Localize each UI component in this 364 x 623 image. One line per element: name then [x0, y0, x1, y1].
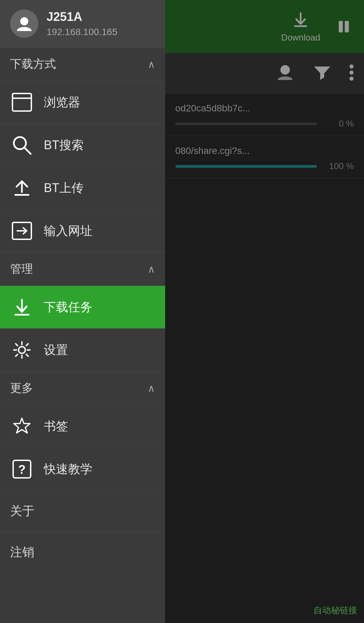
menu-item-logout[interactable]: 注销 [0, 532, 165, 573]
menu-item-input-url[interactable]: 输入网址 [0, 209, 165, 252]
menu-item-input-url-label: 输入网址 [44, 223, 92, 239]
menu-item-settings-label: 设置 [44, 342, 68, 358]
avatar [10, 9, 38, 38]
svg-text:?: ? [18, 463, 26, 477]
menu-item-bookmarks[interactable]: 书签 [0, 405, 165, 448]
watermark-text: 自动秘链接 [313, 605, 357, 615]
svg-point-7 [20, 17, 28, 25]
drawer-username: J251A [47, 10, 117, 24]
drawer-ip: 192.168.100.165 [47, 27, 117, 37]
search-icon [10, 133, 34, 157]
menu-item-bookmarks-label: 书签 [44, 418, 68, 435]
upload-icon [10, 176, 34, 200]
star-icon [10, 414, 34, 438]
drawer-header: J251A 192.168.100.165 [0, 0, 165, 47]
menu-item-bt-upload-label: BT上传 [44, 180, 84, 196]
drawer-header-info: J251A 192.168.100.165 [47, 10, 117, 37]
chevron-manage-icon: ∧ [148, 263, 155, 275]
watermark: 自动秘链接 [313, 604, 357, 616]
svg-rect-13 [14, 194, 29, 196]
menu-item-settings[interactable]: 设置 [0, 328, 165, 371]
svg-rect-8 [12, 93, 31, 111]
section-more-title: 更多 [10, 380, 33, 396]
menu-item-bt-upload[interactable]: BT上传 [0, 166, 165, 209]
menu-item-browser-label: 浏览器 [44, 94, 80, 111]
svg-rect-9 [12, 93, 31, 98]
menu-item-bt-search[interactable]: BT搜索 [0, 124, 165, 166]
chevron-more-icon: ∧ [148, 382, 155, 394]
chevron-download-method-icon: ∧ [148, 58, 155, 70]
svg-point-17 [19, 347, 25, 353]
svg-rect-16 [14, 314, 29, 316]
section-manage[interactable]: 管理 ∧ [0, 252, 165, 286]
menu-item-bt-search-label: BT搜索 [44, 137, 84, 154]
input-url-icon [10, 219, 34, 243]
menu-item-browser[interactable]: 浏览器 [0, 81, 165, 124]
section-more[interactable]: 更多 ∧ [0, 371, 165, 405]
section-download-method-title: 下载方式 [10, 56, 56, 72]
section-manage-title: 管理 [10, 261, 33, 277]
browser-icon [10, 90, 34, 114]
menu-item-download-task[interactable]: 下载任务 [0, 286, 165, 328]
svg-line-12 [24, 147, 31, 154]
menu-item-about[interactable]: 关于 [0, 490, 165, 532]
menu-item-tutorial[interactable]: ? 快速教学 [0, 448, 165, 490]
download-task-icon [10, 295, 34, 319]
section-download-method[interactable]: 下载方式 ∧ [0, 47, 165, 81]
settings-icon [10, 338, 34, 362]
menu-item-download-task-label: 下载任务 [44, 299, 92, 316]
menu-item-tutorial-label: 快速教学 [44, 461, 92, 478]
menu-item-logout-label: 注销 [10, 545, 34, 559]
drawer: J251A 192.168.100.165 下载方式 ∧ 浏览器 BT搜索 [0, 0, 165, 623]
help-icon: ? [10, 457, 34, 481]
menu-item-about-label: 关于 [10, 504, 34, 518]
